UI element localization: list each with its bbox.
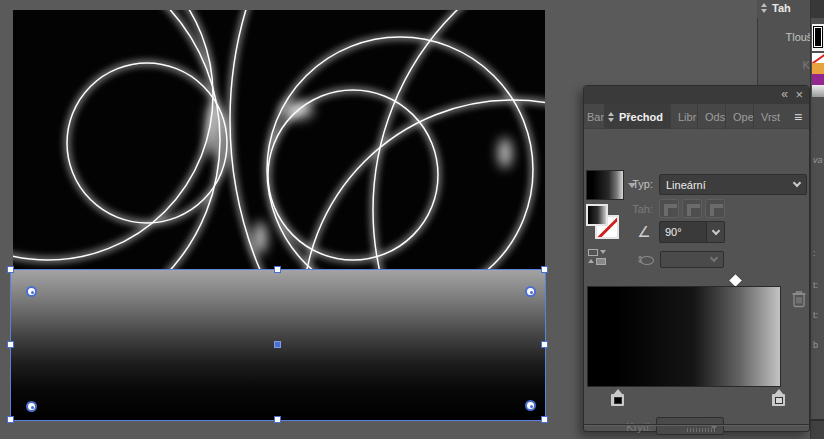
- selection-handle-nw[interactable]: [7, 266, 14, 273]
- collapse-toggle-icon[interactable]: [608, 112, 615, 122]
- reverse-gradient-icon[interactable]: [588, 249, 608, 267]
- panel-resize-grip[interactable]: [687, 428, 715, 432]
- fill-proxy-gradient[interactable]: [586, 204, 608, 226]
- gradient-stop-black[interactable]: [610, 389, 625, 406]
- selection-handle-w[interactable]: [7, 341, 14, 348]
- gradient-slider-bar[interactable]: [587, 286, 781, 387]
- selection-handle-se[interactable]: [541, 416, 548, 423]
- swatch-purple[interactable]: [812, 74, 824, 85]
- chevron-down-icon: [710, 254, 718, 262]
- type-dropdown[interactable]: Lineární: [659, 174, 807, 195]
- tab-libraries[interactable]: Libr: [670, 104, 696, 129]
- cut-off-panel-strip: va : t: t: b: [810, 0, 824, 439]
- selection-handle-ne[interactable]: [541, 266, 548, 273]
- gradient-panel: « × Barv Přechod Libr Ods Ope Vrst ≡: [583, 85, 810, 432]
- gradient-stop-white[interactable]: [771, 389, 786, 406]
- truncated-mark: b: [813, 340, 818, 350]
- selected-gradient-rectangle[interactable]: [11, 270, 545, 420]
- close-panel-icon[interactable]: ×: [795, 87, 803, 102]
- aspect-ratio-dropdown[interactable]: [660, 251, 724, 268]
- gradient-stroke-label: Tah:: [614, 203, 653, 215]
- corner-widget[interactable]: [26, 286, 37, 297]
- gradient-within-stroke-button[interactable]: [659, 199, 679, 218]
- angle-dropdown-button[interactable]: [707, 221, 725, 243]
- delete-stop-trash-icon[interactable]: [790, 289, 808, 308]
- selection-handle-sw[interactable]: [7, 416, 14, 423]
- gradient-panel-header: « ×: [584, 86, 809, 104]
- selection-handle-n[interactable]: [274, 266, 281, 273]
- chevron-down-icon: [711, 227, 719, 235]
- truncated-text: va: [813, 155, 823, 165]
- tab-gradient-active[interactable]: Přechod: [604, 104, 670, 129]
- tab-layers[interactable]: Vrst: [753, 104, 781, 129]
- selection-handle-s[interactable]: [274, 416, 281, 423]
- panel-bottom-border: [584, 424, 809, 426]
- truncated-mark: t:: [813, 310, 818, 320]
- swatch-gradient[interactable]: [812, 85, 824, 97]
- bottom-strip: [811, 421, 824, 439]
- tab-ope[interactable]: Ope: [725, 104, 752, 129]
- angle-input[interactable]: 90°: [659, 221, 707, 243]
- chevron-down-icon: [793, 179, 801, 187]
- corner-widget[interactable]: [26, 401, 37, 412]
- cut-off-tabbar: [811, 0, 824, 18]
- selection-handle-e[interactable]: [541, 341, 548, 348]
- collapse-panel-icon[interactable]: «: [781, 87, 787, 101]
- tab-paragraph[interactable]: Ods: [697, 104, 724, 129]
- opacity-label: Krytí:: [612, 421, 652, 433]
- aspect-ratio-icon: ⇕: [636, 251, 658, 269]
- gradient-panel-body: Typ: Lineární Tah: ∠ 90° ⇕: [584, 129, 809, 425]
- gradient-along-stroke-button[interactable]: [682, 199, 702, 218]
- gradient-midpoint-diamond[interactable]: [729, 274, 742, 287]
- truncated-mark: t:: [813, 280, 818, 290]
- corner-widget[interactable]: [525, 286, 536, 297]
- opacity-dropdown[interactable]: [656, 417, 724, 435]
- selection-center-point[interactable]: [274, 341, 281, 348]
- panel-menu-icon[interactable]: ≡: [794, 104, 802, 129]
- gradient-panel-tab-bar: Barv Přechod Libr Ods Ope Vrst ≡: [584, 104, 809, 129]
- swatch-orange[interactable]: [812, 63, 824, 74]
- corner-widget[interactable]: [525, 400, 536, 411]
- gradient-across-stroke-button[interactable]: [705, 199, 725, 218]
- collapse-toggle-icon[interactable]: [761, 3, 768, 13]
- angle-icon: ∠: [632, 223, 656, 241]
- swatch-black-on-white[interactable]: [812, 24, 824, 51]
- truncated-mark: :: [813, 248, 816, 258]
- tab-stroke-label: Tah: [772, 2, 791, 14]
- swatch-none[interactable]: [812, 53, 824, 63]
- workspace: Tah Tloušťk Kon va : t: t: b « × Barv: [0, 0, 824, 439]
- type-label: Typ:: [614, 178, 653, 190]
